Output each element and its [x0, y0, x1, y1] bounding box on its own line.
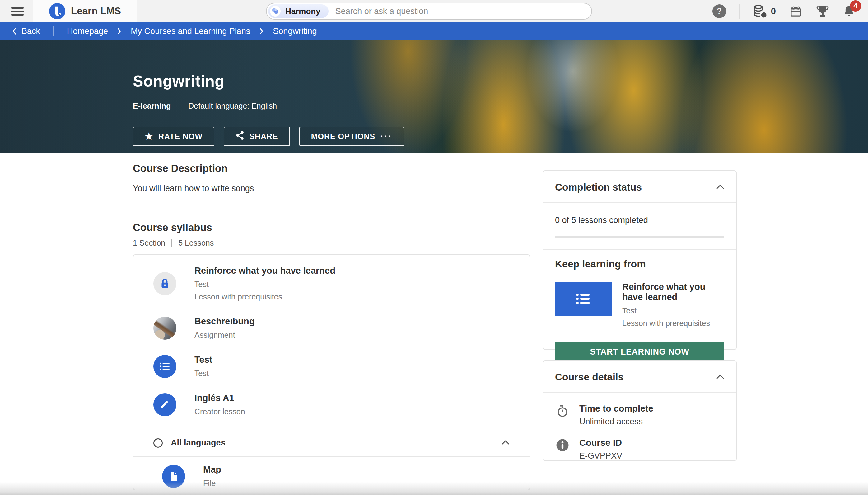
notifications-badge: 4 [850, 0, 861, 12]
star-icon: ★ [145, 132, 153, 141]
next-lesson-note: Lesson with prerequisites [622, 319, 724, 328]
lesson-note: Lesson with prerequisites [194, 292, 335, 301]
language-group-label: All languages [171, 438, 226, 448]
course-syllabus-heading: Course syllabus [133, 222, 214, 234]
course-description-section: Course Description You will learn how to… [133, 163, 254, 193]
start-learning-now-button[interactable]: START LEARNING NOW [555, 342, 724, 362]
lesson-title: Inglés A1 [194, 393, 245, 403]
menu-icon[interactable] [11, 7, 24, 16]
course-details-body: Time to complete Unlimited access Course… [543, 393, 736, 471]
completion-status-title: Completion status [555, 182, 642, 193]
detail-value: E-GVPPXV [579, 451, 622, 461]
detail-label: Time to complete [579, 404, 653, 414]
lesson-subtitle: File [203, 479, 221, 488]
course-hero-banner: Songwriting E-learning Default language:… [0, 40, 868, 153]
list-icon [575, 291, 591, 307]
next-lesson-row[interactable]: Reinforce what you have learned Test Les… [555, 282, 724, 328]
back-chevron-icon [12, 27, 17, 35]
more-options-button[interactable]: MORE OPTIONS ··· [299, 127, 404, 146]
coins-count: 0 [771, 6, 776, 17]
syllabus-card: Reinforce what you have learned Test Les… [133, 254, 530, 490]
brand-name: Learn LMS [71, 5, 121, 17]
share-label: SHARE [249, 132, 278, 141]
completion-body: 0 of 5 lessons completed [543, 203, 736, 249]
chevron-up-icon[interactable] [716, 374, 724, 380]
rewards-coins-button[interactable]: 0 [753, 4, 776, 18]
lesson-row-map[interactable]: Map File [134, 457, 530, 490]
lock-icon [153, 272, 176, 295]
course-description-text: You will learn how to write songs [133, 184, 254, 193]
topbar-actions: ? 0 [712, 4, 855, 19]
search-bar[interactable]: Harmony [266, 3, 592, 20]
lessons-count: 5 Lessons [178, 238, 214, 248]
share-icon [235, 131, 244, 142]
course-details-title: Course details [555, 371, 624, 383]
lesson-title: Beschreibung [194, 316, 254, 327]
keep-learning-heading: Keep learning from [555, 258, 724, 270]
coins-icon [753, 4, 767, 18]
back-button[interactable]: Back [12, 27, 40, 36]
lesson-subtitle: Test [194, 280, 335, 289]
course-title: Songwriting [133, 72, 868, 90]
keep-learning-section: Keep learning from Reinforce what you ha… [543, 250, 736, 373]
completion-status-header[interactable]: Completion status [543, 171, 736, 202]
help-icon[interactable]: ? [712, 4, 726, 18]
more-options-label: MORE OPTIONS [311, 132, 375, 141]
radio-circle-icon[interactable] [153, 438, 163, 448]
course-syllabus-section: Course syllabus 1 Section 5 Lessons [133, 222, 214, 248]
sections-count: 1 Section [133, 238, 165, 248]
syllabus-counts: 1 Section 5 Lessons [133, 238, 214, 248]
breadcrumb-homepage[interactable]: Homepage [67, 27, 108, 36]
brand-logo-icon [49, 3, 65, 19]
topbar-divider [739, 4, 740, 19]
counts-divider [172, 239, 172, 248]
gift-icon[interactable] [789, 4, 803, 18]
breadcrumb-current: Songwriting [273, 27, 317, 36]
notifications-bell[interactable]: 4 [843, 5, 855, 18]
detail-label: Course ID [579, 438, 622, 448]
breadcrumb-divider [53, 26, 54, 36]
ellipsis-icon: ··· [380, 131, 392, 142]
back-label: Back [21, 27, 40, 36]
course-details-card: Course details Time to complete Unlimite… [543, 360, 737, 461]
completion-status-card: Completion status 0 of 5 lessons complet… [543, 170, 737, 350]
detail-time-to-complete: Time to complete Unlimited access [555, 404, 724, 427]
brush-icon [153, 393, 176, 416]
lesson-title: Map [203, 464, 221, 475]
breadcrumb: Homepage My Courses and Learning Plans S… [67, 27, 317, 36]
rate-now-button[interactable]: ★ RATE NOW [133, 127, 214, 146]
lesson-row-reinforce[interactable]: Reinforce what you have learned Test Les… [134, 255, 530, 309]
stopwatch-icon [555, 404, 570, 427]
breadcrumb-bar: Back Homepage My Courses and Learning Pl… [0, 22, 868, 40]
course-details-header[interactable]: Course details [543, 361, 736, 392]
detail-value: Unlimited access [579, 417, 653, 427]
course-meta: E-learning Default language: English [133, 102, 868, 110]
lesson-subtitle: Creator lesson [194, 407, 245, 416]
rate-now-label: RATE NOW [158, 132, 202, 141]
info-icon [555, 438, 570, 461]
course-type-label: E-learning [133, 102, 171, 110]
lesson-title: Test [194, 355, 212, 365]
breadcrumb-my-courses[interactable]: My Courses and Learning Plans [131, 27, 250, 36]
list-icon [153, 355, 176, 378]
harmony-chip[interactable]: Harmony [268, 4, 329, 18]
chevron-right-icon [260, 28, 264, 35]
detail-course-id: Course ID E-GVPPXV [555, 438, 724, 461]
share-button[interactable]: SHARE [224, 127, 290, 146]
trophy-icon[interactable] [816, 4, 829, 18]
chevron-up-icon[interactable] [501, 440, 510, 446]
lesson-subtitle: Test [194, 369, 212, 378]
course-language-label: Default language: English [188, 102, 277, 110]
app-logo[interactable]: Learn LMS [33, 0, 137, 22]
hero-actions: ★ RATE NOW SHARE MORE OPTIONS ··· [133, 127, 868, 146]
lesson-title: Reinforce what you have learned [194, 266, 335, 276]
search-input[interactable] [329, 3, 588, 19]
language-group-row[interactable]: All languages [134, 429, 530, 457]
lesson-row-test[interactable]: Test Test [134, 347, 530, 386]
lesson-row-ingles-a1[interactable]: Inglés A1 Creator lesson [134, 386, 530, 424]
next-lesson-subtitle: Test [622, 306, 724, 315]
next-lesson-title: Reinforce what you have learned [622, 282, 724, 302]
harmony-icon [270, 5, 281, 17]
lesson-row-beschreibung[interactable]: Beschreibung Assignment [134, 309, 530, 347]
chevron-up-icon[interactable] [716, 184, 724, 190]
